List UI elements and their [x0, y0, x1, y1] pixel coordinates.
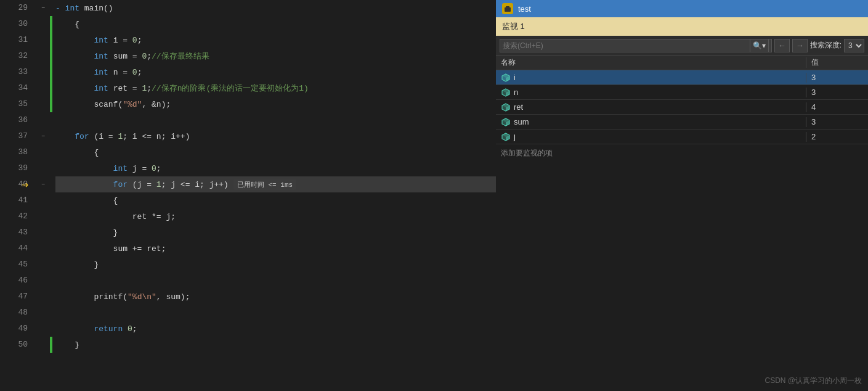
- code-line: {: [55, 192, 496, 208]
- code-token-num: 0: [152, 164, 156, 173]
- prev-result-button[interactable]: ←: [774, 39, 790, 52]
- collapse-arrow-icon[interactable]: −: [41, 133, 45, 140]
- watch-var-value: 2: [806, 132, 868, 141]
- code-token-plain: j =: [128, 164, 152, 173]
- next-result-button[interactable]: →: [792, 39, 808, 52]
- gutter-line: [34, 208, 52, 224]
- watch-row[interactable]: sum3: [496, 115, 868, 130]
- code-editor: 2930313233343536373839404142434445464748…: [0, 0, 496, 391]
- gutter-line: [34, 224, 52, 241]
- line-number: 32: [0, 48, 28, 64]
- watch-var-name-text: n: [514, 88, 518, 97]
- code-token-kw: int: [55, 164, 128, 173]
- code-token-plain: , &n);: [142, 100, 171, 109]
- debug-arrow-icon: ⇒: [22, 178, 28, 191]
- gutter-line: [34, 273, 52, 289]
- code-token-kw: int: [55, 36, 108, 45]
- code-token-plain: ;: [137, 36, 142, 45]
- line-number: 31: [0, 32, 28, 48]
- code-line: ret *= j;: [55, 208, 496, 224]
- code-token-num: 0: [132, 36, 137, 45]
- time-badge: 已用时间 <= 1ms: [233, 179, 296, 190]
- line-number: 34: [0, 80, 28, 96]
- code-token-plain: ;: [147, 84, 152, 93]
- watch-row[interactable]: n3: [496, 85, 868, 100]
- code-line: {: [55, 16, 496, 32]
- gutter-line: [34, 305, 52, 321]
- line-number: 44: [0, 241, 28, 257]
- col-value-header: 值: [806, 57, 868, 68]
- gutter-line: [34, 48, 52, 64]
- code-token-kw: int: [55, 52, 108, 61]
- line-number: 41: [0, 192, 28, 208]
- watch-var-value: 3: [806, 88, 868, 97]
- watch-var-name-text: j: [514, 132, 516, 141]
- gutter-line: [34, 16, 52, 32]
- search-input[interactable]: [503, 41, 750, 50]
- search-depth-select[interactable]: 3 1 2 4 5: [844, 39, 864, 52]
- code-token-kw: for: [55, 132, 89, 141]
- collapse-arrow-icon[interactable]: −: [41, 181, 45, 188]
- line-number: 46: [0, 273, 28, 289]
- code-token-plain: ; j <= i; j++): [161, 180, 229, 189]
- col-name-header: 名称: [496, 57, 806, 68]
- code-line: int n = 0;: [55, 64, 496, 80]
- gutter-line: −: [34, 128, 52, 144]
- watch-var-value: 3: [806, 73, 868, 82]
- watch-title: 监视 1: [496, 17, 868, 36]
- watch-row[interactable]: j2: [496, 130, 868, 144]
- code-token-plain: ret =: [108, 84, 142, 93]
- add-watch-item[interactable]: 添加要监视的项: [496, 144, 868, 162]
- watch-row[interactable]: ret4: [496, 100, 868, 115]
- gutter-line: [34, 32, 52, 48]
- code-token-num: 1: [156, 180, 161, 189]
- code-token-plain: (j =: [128, 180, 156, 189]
- code-token-plain: scanf(: [55, 100, 123, 109]
- watch-title-text: 监视 1: [502, 21, 525, 32]
- variable-icon: [501, 132, 511, 142]
- watch-row[interactable]: i3: [496, 70, 868, 85]
- panel-tab-label: test: [518, 4, 531, 14]
- code-token-num: 0: [128, 324, 132, 334]
- code-line: printf("%d\n", sum);: [55, 289, 496, 305]
- gutter-line: [34, 321, 52, 337]
- code-token-num: 1: [118, 132, 123, 141]
- code-token-plain: [123, 324, 128, 334]
- code-token-plain: printf(: [55, 292, 128, 302]
- code-token-plain: (i =: [89, 132, 118, 141]
- green-bar: [50, 16, 52, 32]
- search-button[interactable]: 🔍▾: [750, 39, 769, 52]
- watch-var-name: n: [496, 88, 806, 97]
- line-number: 42: [0, 208, 28, 224]
- svg-rect-0: [505, 7, 511, 12]
- green-bar: [50, 32, 52, 48]
- watch-var-name: j: [496, 132, 806, 142]
- line-number: 36: [0, 112, 28, 128]
- gutter: −−⇒−: [34, 0, 52, 391]
- code-token-kw: int: [55, 68, 108, 77]
- code-token-plain: ;: [137, 68, 142, 77]
- code-token-plain: sum =: [108, 52, 142, 61]
- code-line: int j = 0;: [55, 160, 496, 176]
- watch-rows: i3 n3 ret4 sum3 j2: [496, 70, 868, 144]
- code-token-plain: }: [55, 260, 99, 270]
- line-number: 48: [0, 305, 28, 321]
- watch-table-header: 名称 值: [496, 56, 868, 70]
- svg-rect-1: [506, 6, 509, 8]
- code-token-plain: {: [55, 148, 99, 157]
- gutter-line: [34, 80, 52, 96]
- code-token-kw: int: [55, 84, 108, 93]
- collapse-arrow-icon[interactable]: −: [41, 5, 45, 12]
- watch-var-value: 4: [806, 102, 868, 112]
- gutter-line: [34, 289, 52, 305]
- line-number: 45: [0, 257, 28, 273]
- line-number: 39: [0, 160, 28, 176]
- line-number: 47: [0, 289, 28, 305]
- gutter-line: [34, 112, 52, 128]
- gutter-line: [34, 144, 52, 160]
- panel-header: test: [496, 0, 868, 17]
- green-bar: [50, 80, 52, 96]
- gutter-line: [34, 257, 52, 273]
- code-token-str: "%d": [123, 100, 142, 109]
- search-input-wrap[interactable]: 🔍▾: [500, 39, 772, 52]
